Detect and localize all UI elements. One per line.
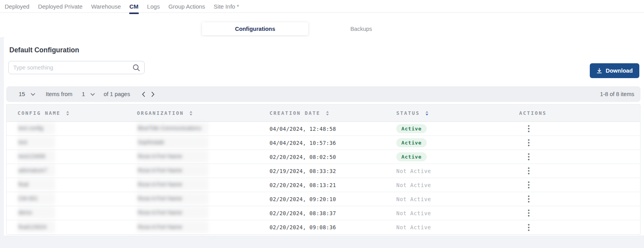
search-wrap: [8, 61, 145, 74]
configurations-table: CONFIG NAME ORGANIZATION CREATION DATE S…: [6, 104, 640, 235]
kebab-icon: [528, 125, 530, 132]
column-label: CREATION DATE: [270, 110, 320, 116]
download-label: Download: [606, 68, 633, 74]
subtab-bar: ConfigurationsBackups: [202, 22, 644, 35]
column-label: ACTIONS: [519, 110, 546, 116]
status-text: Not Active: [396, 224, 431, 230]
column-header-status[interactable]: STATUS: [396, 110, 519, 116]
search-icon[interactable]: [132, 64, 140, 73]
status-badge: Active: [396, 138, 427, 147]
kebab-icon: [528, 224, 530, 231]
cell-actions: [519, 137, 640, 148]
download-button[interactable]: Download: [590, 63, 639, 78]
nav-item-warehouse[interactable]: Warehouse: [90, 0, 122, 12]
redacted-config-name: final123024: [18, 221, 55, 233]
cell-creation-date: 04/04/2024, 12:48:58: [270, 126, 396, 132]
sort-icon[interactable]: [66, 111, 69, 116]
column-label: CONFIG NAME: [18, 110, 60, 116]
redacted-organization: Rose A Fort Name: [137, 207, 208, 218]
table-row: advmature7Rose A Fort Name02/19/2024, 08…: [7, 164, 640, 178]
cell-status: Not Active: [396, 168, 519, 174]
status-text: Not Active: [396, 196, 431, 202]
toolbar: Download: [8, 61, 639, 78]
nav-item-site-info[interactable]: Site Info *: [213, 0, 240, 12]
cell-creation-date: 02/20/2024, 08:02:50: [270, 154, 396, 160]
cell-creation-date: 02/20/2024, 08:13:21: [270, 182, 396, 188]
column-header-creation_date[interactable]: CREATION DATE: [270, 110, 396, 116]
row-actions-menu-button[interactable]: [525, 166, 532, 176]
page-title: Default Configuration: [9, 46, 644, 54]
nav-item-deployed[interactable]: Deployed: [4, 0, 30, 12]
redacted-config-name: final: [18, 178, 55, 190]
cell-creation-date: 02/20/2024, 09:08:36: [270, 224, 396, 230]
status-badge: Active: [396, 152, 427, 161]
cell-actions: [519, 222, 640, 233]
cell-organization: Rose A Fort Name: [137, 193, 270, 205]
sort-icon[interactable]: [425, 111, 429, 116]
cell-organization: Sophiratab: [137, 136, 270, 149]
kebab-icon: [528, 153, 530, 161]
kebab-icon: [528, 209, 530, 217]
cell-status: Not Active: [396, 196, 519, 202]
cell-organization: Rose A Fort Name: [137, 221, 270, 234]
prev-page-button[interactable]: [142, 91, 145, 97]
cell-status: Active: [396, 124, 519, 133]
kebab-icon: [528, 167, 530, 175]
table-row: demoRose A Fort Name02/20/2024, 08:38:37…: [7, 206, 640, 220]
table-row: test123456Rose A Fort Name02/20/2024, 08…: [7, 150, 640, 164]
cell-creation-date: 04/04/2024, 10:57:36: [270, 140, 396, 146]
table-row: testSophiratab04/04/2024, 10:57:36Active: [7, 136, 640, 150]
row-actions-menu-button[interactable]: [525, 194, 532, 204]
redacted-organization: Rose A Fort Name: [137, 193, 208, 204]
column-header-config_name[interactable]: CONFIG NAME: [18, 110, 137, 116]
chevron-down-icon[interactable]: [90, 93, 95, 96]
cell-status: Not Active: [396, 210, 519, 216]
table-row: finalRose A Fort Name02/20/2024, 08:13:2…: [7, 178, 640, 192]
cell-actions: [519, 194, 640, 204]
row-actions-menu-button[interactable]: [525, 208, 532, 218]
configurations-panel: Default Configuration Download 15 Items …: [4, 37, 644, 236]
table-header-row: CONFIG NAME ORGANIZATION CREATION DATE S…: [7, 105, 640, 122]
cell-actions: [519, 180, 640, 190]
nav-item-cm[interactable]: CM: [129, 0, 139, 12]
search-input[interactable]: [8, 61, 145, 74]
items-range-label: 1-8 of 8 items: [600, 91, 634, 97]
cell-config-name: advmature7: [18, 164, 137, 177]
next-page-button[interactable]: [151, 91, 155, 97]
cell-config-name: CM-001: [18, 193, 137, 205]
row-actions-menu-button[interactable]: [525, 137, 532, 148]
cell-config-name: final: [18, 178, 137, 191]
nav-item-deployed-private[interactable]: Deployed Private: [37, 0, 83, 12]
page-select[interactable]: 1: [82, 91, 85, 97]
column-header-actions: ACTIONS: [519, 110, 640, 116]
tab-configurations[interactable]: Configurations: [202, 22, 308, 35]
redacted-config-name: advmature7: [18, 164, 55, 176]
cell-status: Not Active: [396, 182, 519, 188]
row-actions-menu-button[interactable]: [525, 222, 532, 233]
redacted-organization: BlueTide Communications: [137, 122, 208, 134]
nav-item-logs[interactable]: Logs: [146, 0, 161, 12]
sort-icon[interactable]: [326, 111, 329, 116]
column-label: STATUS: [396, 110, 420, 116]
cell-actions: [519, 123, 640, 134]
cell-organization: Rose A Fort Name: [137, 164, 270, 177]
column-label: ORGANIZATION: [137, 110, 184, 116]
row-actions-menu-button[interactable]: [525, 180, 532, 190]
kebab-icon: [528, 195, 530, 203]
redacted-config-name: demo: [18, 207, 55, 218]
redacted-config-name: test: [18, 136, 55, 148]
nav-item-group-actions[interactable]: Group Actions: [168, 0, 206, 12]
tab-backups[interactable]: Backups: [308, 22, 414, 35]
redacted-organization: Rose A Fort Name: [137, 164, 208, 176]
cell-actions: [519, 166, 640, 176]
row-actions-menu-button[interactable]: [525, 152, 532, 162]
chevron-down-icon[interactable]: [30, 93, 35, 96]
page-size-select[interactable]: 15: [19, 91, 25, 97]
cell-status: Active: [396, 152, 519, 161]
cell-actions: [519, 208, 640, 218]
column-header-organization[interactable]: ORGANIZATION: [137, 110, 270, 116]
cell-config-name: test config: [18, 122, 137, 135]
row-actions-menu-button[interactable]: [525, 123, 532, 134]
sort-icon[interactable]: [189, 111, 193, 116]
cell-config-name: test123456: [18, 150, 137, 163]
